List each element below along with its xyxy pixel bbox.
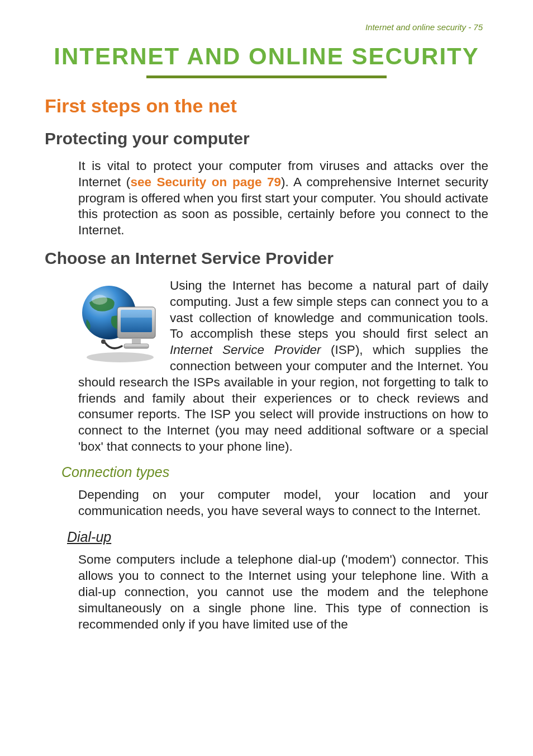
- title-underline: [146, 75, 387, 78]
- page-header: Internet and online security - 75: [45, 22, 488, 32]
- subsection-heading-isp: Choose an Internet Service Provider: [45, 249, 488, 268]
- svg-point-8: [101, 339, 106, 344]
- document-page: Internet and online security - 75 INTERN…: [0, 0, 533, 665]
- subsection-heading-protecting: Protecting your computer: [45, 129, 488, 148]
- connection-types-paragraph: Depending on your computer model, your l…: [78, 487, 488, 519]
- subheading-connection-types: Connection types: [61, 464, 488, 480]
- dialup-paragraph: Some computers include a telephone dial-…: [78, 552, 488, 632]
- svg-rect-6: [132, 338, 141, 344]
- cross-reference-link[interactable]: see Security on page 79: [130, 175, 281, 189]
- svg-rect-5: [121, 310, 152, 318]
- subheading-dialup: Dial-up: [67, 529, 488, 545]
- svg-point-2: [92, 295, 107, 305]
- svg-rect-7: [124, 344, 149, 348]
- svg-point-0: [87, 352, 154, 362]
- isp-content-block: Using the Internet has become a natural …: [78, 278, 488, 455]
- protecting-paragraph: It is vital to protect your computer fro…: [78, 158, 488, 239]
- globe-monitor-icon: [78, 280, 162, 364]
- isp-term: Internet Service Provider: [170, 343, 321, 357]
- main-title: INTERNET AND ONLINE SECURITY: [45, 43, 488, 70]
- section-heading-first-steps: First steps on the net: [45, 95, 488, 117]
- text-fragment: Using the Internet has become a natural …: [170, 278, 488, 341]
